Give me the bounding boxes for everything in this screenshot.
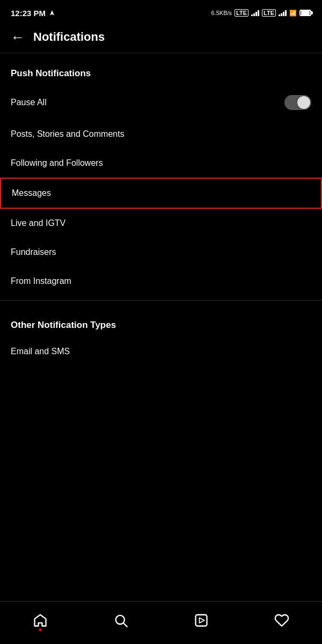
- back-button[interactable]: ←: [11, 30, 25, 44]
- email-sms-label: Email and SMS: [11, 347, 70, 356]
- search-icon: [113, 613, 128, 628]
- page-title: Notifications: [33, 30, 105, 44]
- menu-item-live-igtv[interactable]: Live and IGTV: [0, 209, 322, 238]
- menu-item-posts-stories[interactable]: Posts, Stories and Comments: [0, 120, 322, 149]
- live-igtv-label: Live and IGTV: [11, 218, 65, 228]
- posts-stories-label: Posts, Stories and Comments: [11, 129, 125, 139]
- other-notifications-label: Other Notification Types: [11, 320, 116, 330]
- menu-item-pause-all[interactable]: Pause All: [0, 85, 322, 120]
- back-arrow-icon: ←: [11, 29, 25, 45]
- home-nav-dot: [39, 628, 42, 631]
- status-right: 6.5KB/s LTE LTE 📶: [211, 9, 311, 17]
- svg-line-1: [123, 623, 127, 626]
- toggle-knob: [297, 96, 310, 109]
- speed-indicator: 6.5KB/s: [211, 10, 232, 16]
- wifi-icon: 📶: [289, 10, 297, 17]
- fundraisers-label: Fundraisers: [11, 247, 56, 257]
- menu-item-from-instagram[interactable]: From Instagram: [0, 267, 322, 296]
- home-icon: [33, 613, 48, 628]
- svg-rect-2: [196, 614, 207, 626]
- other-notifications-section-header: Other Notification Types: [0, 305, 322, 337]
- pause-all-toggle[interactable]: [284, 95, 311, 110]
- signal-bars-2: [279, 10, 287, 16]
- push-notifications-label: Push Notifications: [11, 68, 91, 78]
- battery-icon: [299, 10, 311, 16]
- nav-item-heart[interactable]: [264, 609, 300, 632]
- pause-all-label: Pause All: [11, 98, 47, 107]
- lte-badge-1: LTE: [235, 9, 248, 17]
- section-divider: [0, 300, 322, 301]
- signal-bars-1: [251, 10, 259, 16]
- menu-item-email-sms[interactable]: Email and SMS: [0, 337, 322, 366]
- push-notifications-section-header: Push Notifications: [0, 53, 322, 85]
- messages-label: Messages: [12, 188, 51, 198]
- status-bar: 12:23 PM 6.5KB/s LTE LTE 📶: [0, 0, 322, 24]
- bottom-nav: [0, 601, 322, 644]
- heart-icon: [274, 613, 289, 628]
- following-followers-label: Following and Followers: [11, 158, 103, 168]
- lte-badge-2: LTE: [262, 9, 276, 17]
- reels-icon: [194, 613, 209, 628]
- nav-item-reels[interactable]: [183, 609, 219, 632]
- menu-item-messages[interactable]: Messages: [0, 178, 322, 209]
- header: ← Notifications: [0, 24, 322, 53]
- from-instagram-label: From Instagram: [11, 276, 71, 286]
- nav-item-home[interactable]: [22, 609, 58, 632]
- nav-item-search[interactable]: [103, 609, 139, 632]
- menu-item-following-followers[interactable]: Following and Followers: [0, 149, 322, 178]
- status-time: 12:23 PM: [11, 9, 55, 18]
- menu-item-fundraisers[interactable]: Fundraisers: [0, 238, 322, 267]
- content: Push Notifications Pause All Posts, Stor…: [0, 53, 322, 409]
